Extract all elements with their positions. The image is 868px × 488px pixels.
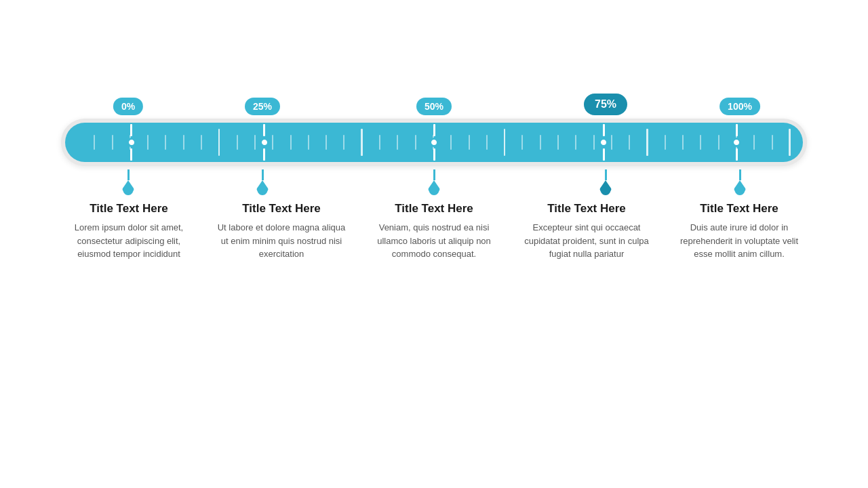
bubble-label-4: 100% xyxy=(719,98,760,115)
card-body-0: Lorem ipsum dolor sit amet, consectetur … xyxy=(61,221,197,261)
bubble-label-2: 50% xyxy=(416,98,452,115)
tick-mark xyxy=(559,123,576,162)
tick-mark xyxy=(701,123,719,162)
card-body-4: Duis aute irure id dolor in reprehenderi… xyxy=(671,221,807,261)
connector-wrapper-2 xyxy=(428,169,440,195)
tick-mark xyxy=(434,123,452,162)
tick-mark xyxy=(684,123,701,162)
tick-mark xyxy=(113,123,131,162)
info-card-2: Title Text HereVeniam, quis nostrud ea n… xyxy=(366,202,502,261)
card-title-3: Title Text Here xyxy=(519,202,654,216)
tick-mark xyxy=(541,123,559,162)
connector-wrapper-4 xyxy=(734,169,746,195)
info-card-1: Title Text HereUt labore et dolore magna… xyxy=(214,202,349,261)
tick-mark xyxy=(363,123,380,162)
card-title-1: Title Text Here xyxy=(214,202,349,216)
connector-line xyxy=(127,169,130,180)
ticks xyxy=(65,123,803,162)
bubble-wrapper-2: 50% xyxy=(416,98,452,115)
tick-mark xyxy=(220,123,237,162)
tick-mark xyxy=(256,123,273,162)
tick-mark xyxy=(131,123,149,162)
tick-mark xyxy=(292,123,309,162)
connector-drop xyxy=(734,180,746,195)
bubble-label-3: 75% xyxy=(584,94,627,115)
tick-mark xyxy=(166,123,184,162)
tick-mark xyxy=(273,123,291,162)
tick-mark xyxy=(309,123,327,162)
connector-line xyxy=(433,169,435,180)
tick-mark xyxy=(77,123,95,162)
tick-mark xyxy=(327,123,344,162)
tick-mark xyxy=(755,123,772,162)
info-card-3: Title Text HereExcepteur sint qui occaec… xyxy=(519,202,654,261)
bubble-wrapper-3: 75% xyxy=(584,94,627,115)
connector-drop xyxy=(256,180,269,195)
tick-mark xyxy=(719,123,737,162)
tick-mark xyxy=(666,123,684,162)
connector-drop xyxy=(122,180,134,195)
tick-mark xyxy=(149,123,166,162)
tick-mark xyxy=(398,123,416,162)
connector-drop xyxy=(428,180,440,195)
tick-mark xyxy=(773,123,791,162)
tick-mark xyxy=(505,123,523,162)
bubble-label-1: 25% xyxy=(245,98,280,115)
tick-mark xyxy=(523,123,540,162)
tick-mark xyxy=(595,123,612,162)
connector-line xyxy=(739,169,741,180)
info-card-0: Title Text HereLorem ipsum dolor sit ame… xyxy=(61,202,197,261)
card-title-0: Title Text Here xyxy=(61,202,197,216)
card-title-2: Title Text Here xyxy=(366,202,502,216)
bubble-label-0: 0% xyxy=(113,98,143,115)
tick-mark xyxy=(612,123,630,162)
connector-line xyxy=(605,169,607,180)
info-card-4: Title Text HereDuis aute irure id dolor … xyxy=(671,202,807,261)
bar-track-inner xyxy=(65,123,803,162)
connector-row xyxy=(61,169,807,197)
bubble-row: 0%25%50%75%100% xyxy=(61,81,807,115)
card-body-1: Ut labore et dolore magna aliqua ut enim… xyxy=(214,221,349,261)
bar-track-outer xyxy=(61,119,807,166)
tick-mark xyxy=(737,123,755,162)
tick-mark xyxy=(630,123,648,162)
cards-row: Title Text HereLorem ipsum dolor sit ame… xyxy=(61,202,807,261)
tick-mark xyxy=(238,123,256,162)
bubble-wrapper-4: 100% xyxy=(719,98,760,115)
tick-mark xyxy=(380,123,398,162)
tick-mark xyxy=(452,123,469,162)
tick-mark xyxy=(95,123,113,162)
card-body-2: Veniam, quis nostrud ea nisi ullamco lab… xyxy=(366,221,502,261)
bubble-wrapper-0: 0% xyxy=(113,98,143,115)
tick-mark xyxy=(576,123,594,162)
card-title-4: Title Text Here xyxy=(671,202,807,216)
progress-section: 0%25%50%75%100% Title Text HereLorem ips… xyxy=(61,81,807,261)
tick-mark xyxy=(202,123,220,162)
tick-mark xyxy=(184,123,202,162)
bar-container xyxy=(61,115,807,169)
card-body-3: Excepteur sint qui occaecat cupidatat pr… xyxy=(519,221,654,261)
tick-mark xyxy=(648,123,666,162)
bubble-wrapper-1: 25% xyxy=(245,98,280,115)
tick-mark xyxy=(488,123,505,162)
connector-wrapper-3 xyxy=(599,169,612,195)
connector-line xyxy=(262,169,264,180)
tick-mark xyxy=(416,123,434,162)
connector-wrapper-1 xyxy=(256,169,269,195)
connector-wrapper-0 xyxy=(122,169,134,195)
tick-mark xyxy=(344,123,362,162)
tick-mark xyxy=(470,123,488,162)
connector-drop xyxy=(599,180,612,195)
